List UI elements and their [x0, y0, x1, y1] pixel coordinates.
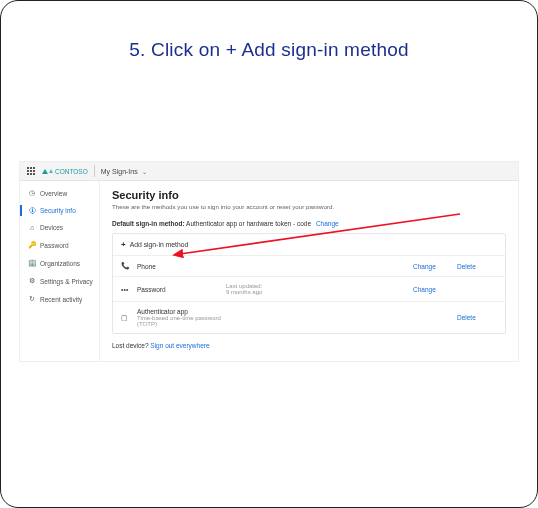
method-meta: Last updated: 9 months ago — [226, 283, 409, 295]
step-instruction: 5. Click on + Add sign-in method — [1, 39, 537, 61]
add-signin-method-button[interactable]: + Add sign-in method — [113, 234, 505, 256]
topbar-divider — [94, 165, 95, 177]
change-default-link[interactable]: Change — [316, 220, 339, 227]
security-icon: 🛈 — [28, 207, 36, 214]
password-icon: 🔑 — [28, 241, 36, 249]
method-row-phone: 📞 Phone Change Delete — [113, 256, 505, 277]
phone-icon: 📞 — [121, 262, 133, 270]
topbar: CONTOSO My Sign-Ins ⌄ — [20, 162, 518, 181]
sidebar-item-label: Recent activity — [40, 296, 82, 303]
device-icon: ▢ — [121, 314, 133, 322]
delete-link[interactable]: Delete — [457, 314, 497, 321]
default-method-value: Authenticator app or hardware token - co… — [186, 220, 311, 227]
method-row-authenticator: ▢ Authenticator app Time-based one-time … — [113, 302, 505, 333]
page-subheading: These are the methods you use to sign in… — [112, 203, 506, 210]
methods-panel: + Add sign-in method 📞 Phone Change Dele… — [112, 233, 506, 334]
sidebar: ◷ Overview 🛈 Security info ⌂ Devices 🔑 P… — [20, 181, 100, 361]
delete-link[interactable]: Delete — [457, 263, 497, 270]
brand-text: CONTOSO — [55, 168, 88, 175]
signout-everywhere-link[interactable]: Sign out everywhere — [150, 342, 209, 349]
sidebar-item-devices[interactable]: ⌂ Devices — [20, 222, 99, 233]
method-row-password: ••• Password Last updated: 9 months ago … — [113, 277, 505, 302]
method-name: Authenticator app Time-based one-time pa… — [137, 308, 222, 327]
activity-icon: ↻ — [28, 295, 36, 303]
add-method-label: Add sign-in method — [130, 241, 189, 248]
method-name: Phone — [137, 263, 222, 270]
lost-device-label: Lost device? — [112, 342, 149, 349]
overview-icon: ◷ — [28, 189, 36, 197]
sidebar-item-label: Devices — [40, 224, 63, 231]
sidebar-item-settings[interactable]: ⚙ Settings & Privacy — [20, 275, 99, 287]
sidebar-item-label: Password — [40, 242, 69, 249]
sidebar-item-label: Settings & Privacy — [40, 278, 93, 285]
app-window: CONTOSO My Sign-Ins ⌄ ◷ Overview 🛈 Secur… — [19, 161, 519, 362]
sidebar-item-organizations[interactable]: 🏢 Organizations — [20, 257, 99, 269]
sidebar-item-label: Security info — [40, 207, 76, 214]
main-content: Security info These are the methods you … — [100, 181, 518, 361]
default-method-line: Default sign-in method: Authenticator ap… — [112, 220, 506, 227]
page-title[interactable]: My Sign-Ins ⌄ — [101, 168, 147, 175]
sidebar-item-label: Organizations — [40, 260, 80, 267]
waffle-icon[interactable] — [26, 166, 36, 176]
change-link[interactable]: Change — [413, 263, 453, 270]
default-method-label: Default sign-in method: — [112, 220, 185, 227]
password-dots-icon: ••• — [121, 286, 133, 293]
change-link[interactable]: Change — [413, 286, 453, 293]
page-title-text: My Sign-Ins — [101, 168, 138, 175]
sidebar-item-password[interactable]: 🔑 Password — [20, 239, 99, 251]
sidebar-item-security[interactable]: 🛈 Security info — [20, 205, 99, 216]
method-name: Password — [137, 286, 222, 293]
brand-logo: CONTOSO — [42, 168, 88, 175]
page-heading: Security info — [112, 189, 506, 201]
devices-icon: ⌂ — [28, 224, 36, 231]
lost-device-line: Lost device? Sign out everywhere — [112, 342, 506, 349]
sidebar-item-overview[interactable]: ◷ Overview — [20, 187, 99, 199]
sidebar-item-activity[interactable]: ↻ Recent activity — [20, 293, 99, 305]
organizations-icon: 🏢 — [28, 259, 36, 267]
settings-icon: ⚙ — [28, 277, 36, 285]
chevron-down-icon: ⌄ — [142, 169, 147, 175]
brand-triangles-icon — [42, 169, 53, 174]
plus-icon: + — [121, 240, 126, 249]
sidebar-item-label: Overview — [40, 190, 67, 197]
